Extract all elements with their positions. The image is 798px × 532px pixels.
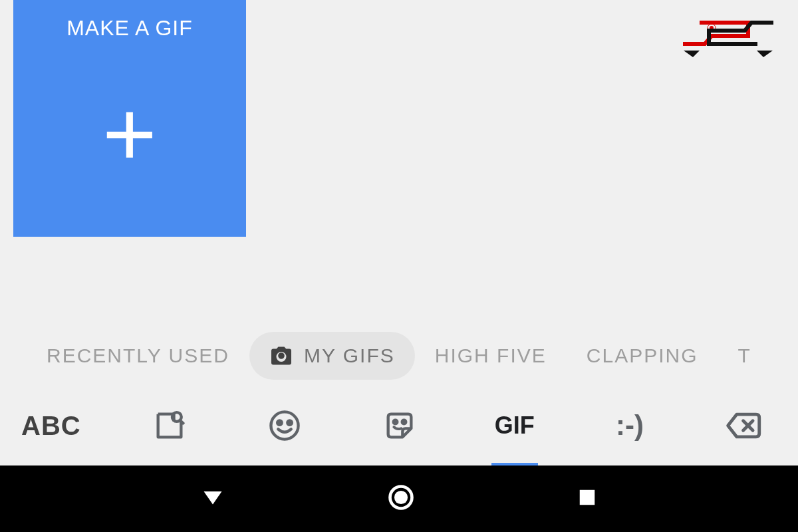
gif-category-tabs[interactable]: RECENTLY USED MY GIFS HIGH FIVE CLAPPING… — [0, 326, 798, 386]
nav-recents-button[interactable] — [577, 487, 597, 510]
triangle-down-icon — [201, 485, 225, 509]
category-label: RECENTLY USED — [47, 344, 229, 367]
svg-point-8 — [402, 420, 406, 424]
abc-keyboard-button[interactable]: ABC — [21, 386, 81, 466]
sticker-icon — [382, 408, 417, 443]
gif-content-area: MAKE A GIF + — [0, 0, 798, 326]
camera-icon — [269, 344, 293, 368]
emoticon-button[interactable]: :-) — [603, 386, 656, 466]
nav-back-button[interactable] — [201, 485, 225, 512]
make-gif-title: MAKE A GIF — [66, 16, 193, 41]
category-clapping[interactable]: CLAPPING — [567, 332, 718, 379]
circle-icon — [386, 483, 416, 512]
search-button[interactable] — [143, 386, 196, 466]
svg-point-12 — [394, 491, 408, 504]
abc-label: ABC — [21, 411, 81, 441]
make-gif-button[interactable]: MAKE A GIF + — [13, 0, 246, 237]
category-my-gifs[interactable]: MY GIFS — [249, 332, 415, 380]
search-sheet-icon — [152, 408, 187, 443]
category-recently-used[interactable]: RECENTLY USED — [27, 332, 249, 379]
backspace-icon — [726, 406, 764, 445]
nav-home-button[interactable] — [386, 483, 416, 515]
svg-point-7 — [394, 420, 397, 424]
square-icon — [577, 487, 597, 507]
svg-rect-13 — [580, 490, 595, 505]
emoji-icon — [267, 408, 302, 443]
watermark-logo — [678, 11, 778, 66]
plus-icon: + — [102, 87, 157, 180]
category-high-five[interactable]: HIGH FIVE — [415, 332, 567, 379]
category-label: T — [738, 344, 751, 367]
sticker-button[interactable] — [373, 386, 426, 466]
emoticon-label: :-) — [616, 410, 644, 442]
category-label: MY GIFS — [304, 344, 395, 367]
gif-label: GIF — [495, 412, 535, 440]
category-label: HIGH FIVE — [435, 344, 547, 367]
keyboard-toolbar: ABC GIF :-) — [0, 386, 798, 466]
svg-point-6 — [287, 421, 291, 425]
emoji-button[interactable] — [258, 386, 311, 466]
category-more[interactable]: T — [718, 332, 771, 379]
svg-point-2 — [172, 412, 182, 422]
svg-point-4 — [271, 412, 298, 439]
svg-point-5 — [277, 421, 281, 425]
gif-tab-button[interactable]: GIF — [488, 386, 541, 466]
category-label: CLAPPING — [587, 344, 698, 367]
android-nav-bar — [0, 466, 798, 532]
backspace-button[interactable] — [718, 386, 771, 466]
